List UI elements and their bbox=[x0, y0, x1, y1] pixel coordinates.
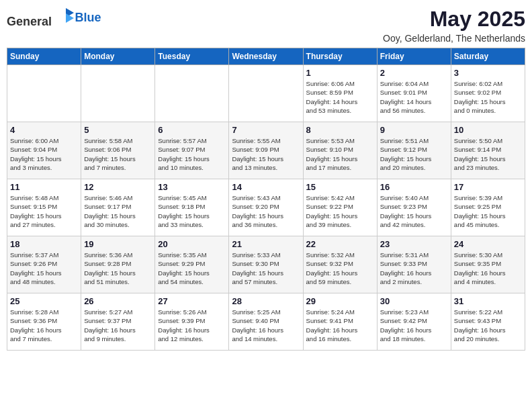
day-detail: Sunrise: 5:35 AM Sunset: 9:29 PM Dayligh… bbox=[158, 250, 226, 286]
calendar-cell: 17Sunrise: 5:39 AM Sunset: 9:25 PM Dayli… bbox=[451, 179, 525, 236]
calendar-cell: 7Sunrise: 5:55 AM Sunset: 9:09 PM Daylig… bbox=[229, 122, 303, 179]
day-detail: Sunrise: 5:57 AM Sunset: 9:07 PM Dayligh… bbox=[158, 136, 226, 172]
day-detail: Sunrise: 5:30 AM Sunset: 9:35 PM Dayligh… bbox=[454, 250, 522, 286]
weekday-header-monday: Monday bbox=[81, 48, 155, 65]
day-number: 17 bbox=[454, 182, 522, 192]
day-number: 12 bbox=[84, 182, 152, 192]
day-number: 22 bbox=[306, 239, 374, 249]
day-number: 4 bbox=[10, 125, 78, 135]
day-detail: Sunrise: 5:27 AM Sunset: 9:37 PM Dayligh… bbox=[84, 308, 152, 343]
day-number: 8 bbox=[306, 125, 374, 135]
day-number: 13 bbox=[158, 182, 226, 192]
day-detail: Sunrise: 5:53 AM Sunset: 9:10 PM Dayligh… bbox=[306, 136, 374, 172]
day-detail: Sunrise: 5:25 AM Sunset: 9:40 PM Dayligh… bbox=[232, 308, 300, 343]
day-detail: Sunrise: 6:00 AM Sunset: 9:04 PM Dayligh… bbox=[10, 136, 78, 172]
day-detail: Sunrise: 5:58 AM Sunset: 9:06 PM Dayligh… bbox=[84, 136, 152, 172]
calendar-cell: 5Sunrise: 5:58 AM Sunset: 9:06 PM Daylig… bbox=[81, 122, 155, 179]
calendar-cell: 18Sunrise: 5:37 AM Sunset: 9:26 PM Dayli… bbox=[7, 236, 81, 293]
calendar-cell: 27Sunrise: 5:26 AM Sunset: 9:39 PM Dayli… bbox=[155, 293, 229, 351]
day-number: 7 bbox=[232, 125, 300, 135]
calendar-week-row: 1Sunrise: 6:06 AM Sunset: 8:59 PM Daylig… bbox=[7, 65, 525, 122]
calendar-cell bbox=[7, 65, 81, 122]
weekday-header-wednesday: Wednesday bbox=[229, 48, 303, 65]
weekday-header-friday: Friday bbox=[377, 48, 451, 65]
day-detail: Sunrise: 6:02 AM Sunset: 9:02 PM Dayligh… bbox=[454, 79, 522, 115]
day-detail: Sunrise: 5:36 AM Sunset: 9:28 PM Dayligh… bbox=[84, 250, 152, 286]
location-subtitle: Ooy, Gelderland, The Netherlands bbox=[383, 33, 525, 44]
day-number: 9 bbox=[380, 125, 448, 135]
calendar-cell: 1Sunrise: 6:06 AM Sunset: 8:59 PM Daylig… bbox=[303, 65, 377, 122]
calendar-cell: 25Sunrise: 5:28 AM Sunset: 9:36 PM Dayli… bbox=[7, 293, 81, 351]
weekday-header-tuesday: Tuesday bbox=[155, 48, 229, 65]
day-number: 15 bbox=[306, 182, 374, 192]
day-detail: Sunrise: 5:51 AM Sunset: 9:12 PM Dayligh… bbox=[380, 136, 448, 172]
logo-text-blue: Blue bbox=[75, 11, 101, 25]
calendar-cell: 8Sunrise: 5:53 AM Sunset: 9:10 PM Daylig… bbox=[303, 122, 377, 179]
calendar-table: SundayMondayTuesdayWednesdayThursdayFrid… bbox=[7, 48, 525, 351]
calendar-cell: 9Sunrise: 5:51 AM Sunset: 9:12 PM Daylig… bbox=[377, 122, 451, 179]
weekday-header-thursday: Thursday bbox=[303, 48, 377, 65]
day-number: 2 bbox=[380, 68, 448, 78]
calendar-cell: 26Sunrise: 5:27 AM Sunset: 9:37 PM Dayli… bbox=[81, 293, 155, 351]
day-detail: Sunrise: 5:39 AM Sunset: 9:25 PM Dayligh… bbox=[454, 193, 522, 229]
day-number: 27 bbox=[158, 296, 226, 306]
day-number: 21 bbox=[232, 239, 300, 249]
calendar-cell: 2Sunrise: 6:04 AM Sunset: 9:01 PM Daylig… bbox=[377, 65, 451, 122]
day-number: 30 bbox=[380, 296, 448, 306]
day-number: 6 bbox=[158, 125, 226, 135]
day-detail: Sunrise: 5:28 AM Sunset: 9:36 PM Dayligh… bbox=[10, 308, 78, 343]
day-number: 26 bbox=[84, 296, 152, 306]
day-number: 11 bbox=[10, 182, 78, 192]
calendar-cell: 14Sunrise: 5:43 AM Sunset: 9:20 PM Dayli… bbox=[229, 179, 303, 236]
day-number: 28 bbox=[232, 296, 300, 306]
day-number: 25 bbox=[10, 296, 78, 306]
calendar-cell: 11Sunrise: 5:48 AM Sunset: 9:15 PM Dayli… bbox=[7, 179, 81, 236]
calendar-cell bbox=[155, 65, 229, 122]
day-detail: Sunrise: 5:40 AM Sunset: 9:23 PM Dayligh… bbox=[380, 193, 448, 229]
page-header: General Blue May 2025 Ooy, Gelderland, T… bbox=[7, 7, 525, 44]
day-number: 18 bbox=[10, 239, 78, 249]
day-detail: Sunrise: 5:43 AM Sunset: 9:20 PM Dayligh… bbox=[232, 193, 300, 229]
calendar-cell: 15Sunrise: 5:42 AM Sunset: 9:22 PM Dayli… bbox=[303, 179, 377, 236]
calendar-cell bbox=[81, 65, 155, 122]
day-number: 3 bbox=[454, 68, 522, 78]
day-number: 23 bbox=[380, 239, 448, 249]
calendar-cell: 22Sunrise: 5:32 AM Sunset: 9:32 PM Dayli… bbox=[303, 236, 377, 293]
day-number: 19 bbox=[84, 239, 152, 249]
calendar-cell: 24Sunrise: 5:30 AM Sunset: 9:35 PM Dayli… bbox=[451, 236, 525, 293]
calendar-cell: 13Sunrise: 5:45 AM Sunset: 9:18 PM Dayli… bbox=[155, 179, 229, 236]
day-number: 5 bbox=[84, 125, 152, 135]
calendar-cell: 10Sunrise: 5:50 AM Sunset: 9:14 PM Dayli… bbox=[451, 122, 525, 179]
day-number: 16 bbox=[380, 182, 448, 192]
day-number: 1 bbox=[306, 68, 374, 78]
day-detail: Sunrise: 5:48 AM Sunset: 9:15 PM Dayligh… bbox=[10, 193, 78, 229]
day-detail: Sunrise: 5:32 AM Sunset: 9:32 PM Dayligh… bbox=[306, 250, 374, 286]
day-detail: Sunrise: 5:55 AM Sunset: 9:09 PM Dayligh… bbox=[232, 136, 300, 172]
calendar-week-row: 18Sunrise: 5:37 AM Sunset: 9:26 PM Dayli… bbox=[7, 236, 525, 293]
calendar-cell: 29Sunrise: 5:24 AM Sunset: 9:41 PM Dayli… bbox=[303, 293, 377, 351]
calendar-cell: 28Sunrise: 5:25 AM Sunset: 9:40 PM Dayli… bbox=[229, 293, 303, 351]
calendar-week-row: 11Sunrise: 5:48 AM Sunset: 9:15 PM Dayli… bbox=[7, 179, 525, 236]
day-detail: Sunrise: 5:23 AM Sunset: 9:42 PM Dayligh… bbox=[380, 308, 448, 343]
day-number: 29 bbox=[306, 296, 374, 306]
logo: General Blue bbox=[7, 7, 101, 29]
calendar-week-row: 4Sunrise: 6:00 AM Sunset: 9:04 PM Daylig… bbox=[7, 122, 525, 179]
day-detail: Sunrise: 6:06 AM Sunset: 8:59 PM Dayligh… bbox=[306, 79, 374, 115]
day-detail: Sunrise: 5:26 AM Sunset: 9:39 PM Dayligh… bbox=[158, 308, 226, 343]
day-detail: Sunrise: 6:04 AM Sunset: 9:01 PM Dayligh… bbox=[380, 79, 448, 115]
day-detail: Sunrise: 5:31 AM Sunset: 9:33 PM Dayligh… bbox=[380, 250, 448, 286]
calendar-cell: 6Sunrise: 5:57 AM Sunset: 9:07 PM Daylig… bbox=[155, 122, 229, 179]
day-detail: Sunrise: 5:45 AM Sunset: 9:18 PM Dayligh… bbox=[158, 193, 226, 229]
calendar-cell: 31Sunrise: 5:22 AM Sunset: 9:43 PM Dayli… bbox=[451, 293, 525, 351]
day-number: 31 bbox=[454, 296, 522, 306]
calendar-cell: 20Sunrise: 5:35 AM Sunset: 9:29 PM Dayli… bbox=[155, 236, 229, 293]
weekday-header-row: SundayMondayTuesdayWednesdayThursdayFrid… bbox=[7, 48, 525, 65]
calendar-cell: 30Sunrise: 5:23 AM Sunset: 9:42 PM Dayli… bbox=[377, 293, 451, 351]
day-number: 24 bbox=[454, 239, 522, 249]
calendar-week-row: 25Sunrise: 5:28 AM Sunset: 9:36 PM Dayli… bbox=[7, 293, 525, 351]
calendar-cell: 3Sunrise: 6:02 AM Sunset: 9:02 PM Daylig… bbox=[451, 65, 525, 122]
calendar-cell: 21Sunrise: 5:33 AM Sunset: 9:30 PM Dayli… bbox=[229, 236, 303, 293]
calendar-cell: 12Sunrise: 5:46 AM Sunset: 9:17 PM Dayli… bbox=[81, 179, 155, 236]
day-number: 14 bbox=[232, 182, 300, 192]
calendar-cell: 19Sunrise: 5:36 AM Sunset: 9:28 PM Dayli… bbox=[81, 236, 155, 293]
